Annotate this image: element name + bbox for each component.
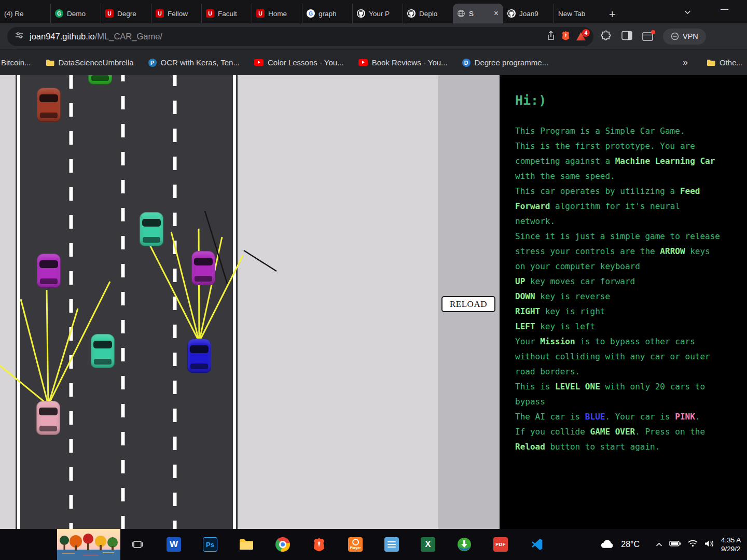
taskbar-clock[interactable]: 4:35 A 9/29/2 bbox=[721, 536, 747, 553]
tab-new-tab[interactable]: New Tab bbox=[554, 4, 604, 23]
p-circle-icon: P bbox=[148, 59, 157, 67]
tab-label: Deplo bbox=[419, 10, 449, 18]
info-text-highlight: Machine Learning Car bbox=[615, 156, 715, 166]
tab-label: Facult bbox=[218, 10, 247, 18]
tab-4-re[interactable]: (4) Re bbox=[0, 4, 50, 23]
speaker-icon[interactable] bbox=[704, 540, 714, 550]
other-bookmarks-label: Othe... bbox=[720, 58, 743, 67]
tab-degre[interactable]: UDegre bbox=[101, 4, 151, 23]
tab-demo[interactable]: GDemo bbox=[50, 4, 101, 23]
browser-window-notification-icon[interactable] bbox=[642, 32, 653, 41]
temperature-readout[interactable]: 28°C bbox=[621, 540, 640, 549]
bookmark-bitcoin[interactable]: Bitcoin... bbox=[1, 58, 31, 67]
battery-icon[interactable] bbox=[669, 540, 681, 549]
reload-button[interactable]: RELOAD bbox=[441, 296, 495, 312]
taskbar-app-icons: WPsPlayerXPDF bbox=[130, 529, 545, 560]
info-text-segment: key is right bbox=[540, 306, 605, 316]
bookmark-ocr-with-keras-ten[interactable]: POCR with Keras, Ten... bbox=[148, 58, 240, 67]
bookmark-label: Book Reviews - You... bbox=[372, 58, 448, 67]
taskbar-word[interactable]: W bbox=[166, 537, 182, 552]
tab-graph[interactable]: Ggraph bbox=[302, 4, 352, 23]
game-canvas[interactable]: RELOAD bbox=[0, 75, 500, 529]
adblock-extension-icon[interactable]: 4 bbox=[576, 32, 586, 41]
info-text-highlight: Reload bbox=[515, 442, 545, 452]
weather-widget-image[interactable] bbox=[57, 529, 120, 560]
address-bar[interactable]: joan947.github.io/ML_CAR_Game/ 4 bbox=[7, 27, 593, 46]
media-player-icon: Player bbox=[348, 537, 363, 552]
sidebar-toggle-icon[interactable] bbox=[621, 31, 632, 43]
tab-s[interactable]: S× bbox=[453, 4, 503, 23]
info-text-highlight: LEVEL ONE bbox=[555, 382, 600, 391]
browser-tab-bar: (4) ReGDemoUDegreUFellowUFacultUHomeGgra… bbox=[0, 0, 747, 23]
tab-deplo[interactable]: Deplo bbox=[403, 4, 453, 23]
taskbar-notes[interactable] bbox=[384, 537, 399, 552]
bookmark-label: Degree programme... bbox=[475, 58, 549, 67]
road-surface bbox=[16, 75, 238, 529]
taskbar-photoshop[interactable]: Ps bbox=[202, 537, 218, 552]
info-text-highlight: Mission bbox=[540, 337, 575, 346]
tab-search-chevron-down-icon[interactable] bbox=[684, 7, 691, 17]
vscode-icon bbox=[530, 538, 544, 551]
info-text-segment: key is reverse bbox=[535, 291, 611, 301]
tray-chevron-up-icon[interactable] bbox=[656, 540, 662, 549]
task-view-icon bbox=[131, 538, 144, 551]
green-g-icon: G bbox=[55, 9, 63, 18]
tab-fellow[interactable]: UFellow bbox=[151, 4, 201, 23]
taskbar-download-manager[interactable] bbox=[457, 537, 472, 552]
window-minimize-button[interactable]: — bbox=[721, 4, 728, 13]
info-text-highlight: UP bbox=[515, 276, 525, 286]
info-text-segment: with the same speed. This car operates b… bbox=[515, 171, 680, 196]
info-text-highlight: GAME OVER bbox=[590, 427, 635, 437]
car-npc-maroon bbox=[37, 88, 61, 122]
wifi-icon[interactable] bbox=[688, 540, 698, 549]
info-text-highlight: PINK bbox=[675, 412, 695, 422]
tab-close-icon[interactable]: × bbox=[493, 9, 499, 18]
bookmarks-overflow-chevron[interactable]: » bbox=[679, 57, 692, 68]
chrome-icon bbox=[275, 537, 290, 552]
taskbar-vscode[interactable] bbox=[529, 537, 545, 552]
tab-your-p[interactable]: Your P bbox=[352, 4, 403, 23]
bookmark-label: DataScienceUmbrella bbox=[59, 58, 134, 67]
globe-icon bbox=[457, 9, 465, 18]
bookmark-degree-programme[interactable]: DDegree programme... bbox=[462, 58, 549, 67]
info-text-segment: key moves car forward bbox=[525, 276, 635, 286]
utah-u-icon: U bbox=[105, 9, 114, 18]
tab-label: New Tab bbox=[558, 10, 600, 18]
circle-minus-icon bbox=[671, 32, 679, 40]
tab-facult[interactable]: UFacult bbox=[201, 4, 252, 23]
bookmark-items: Bitcoin...DataScienceUmbrellaPOCR with K… bbox=[1, 58, 548, 67]
taskbar-excel[interactable]: X bbox=[420, 537, 436, 552]
clock-date: 9/29/2 bbox=[721, 545, 741, 553]
excel-icon: X bbox=[421, 537, 435, 552]
url-text[interactable]: joan947.github.io/ML_CAR_Game/ bbox=[30, 32, 162, 41]
info-text-highlight: BLUE bbox=[585, 412, 605, 422]
other-bookmarks-folder[interactable]: Othe... bbox=[707, 58, 747, 67]
page-content: RELOAD Hi:) This Program is a Simple Car… bbox=[0, 75, 747, 529]
car-ai-car-blue bbox=[187, 339, 211, 373]
extensions-puzzle-icon[interactable] bbox=[601, 30, 612, 43]
d-circle-icon: D bbox=[462, 59, 471, 67]
info-text-segment: . Your car is bbox=[605, 412, 675, 422]
github-icon bbox=[357, 9, 365, 18]
taskbar-brave[interactable] bbox=[311, 537, 327, 552]
github-icon bbox=[507, 9, 516, 18]
bookmark-color-lessons-you[interactable]: Color Lessons - You... bbox=[254, 58, 344, 67]
share-icon[interactable] bbox=[546, 31, 556, 43]
taskbar-pdf[interactable]: PDF bbox=[493, 537, 508, 552]
taskbar-media-player[interactable]: Player bbox=[348, 537, 363, 552]
word-icon: W bbox=[167, 537, 181, 552]
tab-joan9[interactable]: Joan9 bbox=[503, 4, 554, 23]
new-tab-button[interactable]: + bbox=[604, 9, 622, 23]
site-settings-icon[interactable] bbox=[15, 31, 24, 42]
sensor-ray bbox=[244, 250, 276, 271]
brave-shields-icon[interactable] bbox=[561, 31, 570, 43]
taskbar-chrome[interactable] bbox=[275, 537, 290, 552]
bookmark-book-reviews-you[interactable]: Book Reviews - You... bbox=[358, 58, 448, 67]
tab-home[interactable]: UHome bbox=[252, 4, 302, 23]
bookmark-datascienceumbrella[interactable]: DataScienceUmbrella bbox=[46, 58, 134, 67]
tab-strip: (4) ReGDemoUDegreUFellowUFacultUHomeGgra… bbox=[0, 4, 604, 23]
weather-cloud-icon[interactable] bbox=[600, 539, 614, 551]
taskbar-file-explorer[interactable] bbox=[239, 537, 254, 552]
vpn-button[interactable]: VPN bbox=[663, 29, 706, 45]
taskbar-task-view[interactable] bbox=[130, 537, 145, 552]
